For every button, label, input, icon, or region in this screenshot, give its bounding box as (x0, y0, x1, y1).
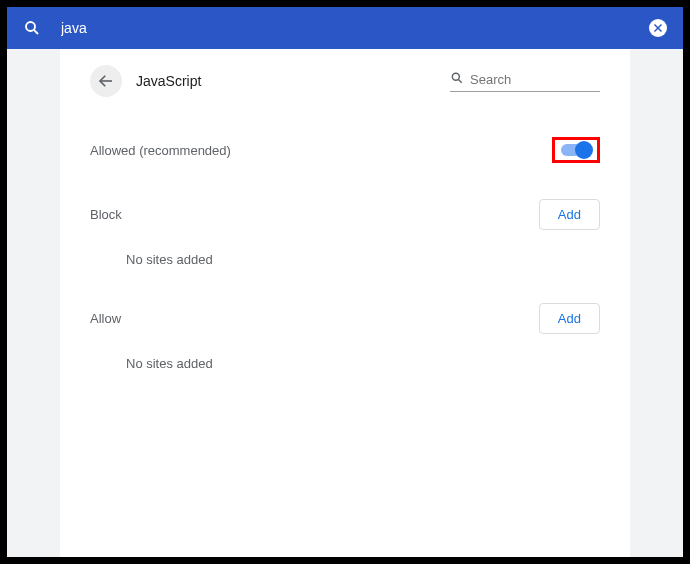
top-search-bar (7, 7, 683, 49)
allow-empty-text: No sites added (126, 356, 600, 371)
toggle-thumb (575, 141, 593, 159)
svg-point-5 (452, 73, 459, 80)
allow-heading: Allow (90, 311, 121, 326)
block-heading: Block (90, 207, 122, 222)
allow-add-button[interactable]: Add (539, 303, 600, 334)
block-add-button[interactable]: Add (539, 199, 600, 230)
app-frame: JavaScript Allowed (recommended) Bloc (7, 7, 683, 557)
svg-line-6 (458, 79, 461, 82)
content-area: JavaScript Allowed (recommended) Bloc (7, 49, 683, 557)
block-empty-text: No sites added (126, 252, 600, 267)
svg-point-0 (26, 22, 35, 31)
panel-search[interactable] (450, 71, 600, 92)
allowed-toggle[interactable] (561, 144, 591, 156)
search-icon (23, 19, 41, 37)
svg-line-1 (34, 30, 38, 34)
back-button[interactable] (90, 65, 122, 97)
panel-header: JavaScript (90, 61, 600, 101)
top-search-input[interactable] (61, 20, 649, 36)
search-icon (450, 71, 464, 89)
allowed-row: Allowed (recommended) (90, 137, 600, 163)
allow-section-header: Allow Add (90, 303, 600, 334)
page-title: JavaScript (136, 73, 201, 89)
allowed-label: Allowed (recommended) (90, 143, 231, 158)
toggle-highlight-box (552, 137, 600, 163)
block-section-header: Block Add (90, 199, 600, 230)
settings-panel: JavaScript Allowed (recommended) Bloc (60, 49, 630, 557)
panel-search-input[interactable] (470, 72, 600, 87)
close-search-button[interactable] (649, 19, 667, 37)
